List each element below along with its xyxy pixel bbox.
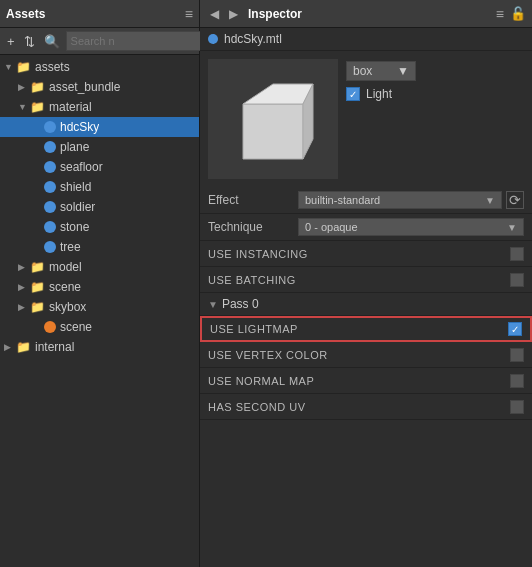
tree-item-label: stone	[60, 220, 89, 234]
tree-item-soldier[interactable]: soldier	[0, 197, 199, 217]
tree-item-label: hdcSky	[60, 120, 99, 134]
effect-dropdown-arrow: ▼	[485, 195, 495, 206]
toggle-label: USE BATCHING	[208, 274, 510, 286]
effect-value: builtin-standard ▼ ⟳	[298, 191, 524, 209]
folder-icon: 📁	[30, 260, 45, 274]
tree-item-material[interactable]: 📁material	[0, 97, 199, 117]
folder-arrow-icon	[18, 82, 30, 92]
assets-panel: Assets ≡ + ⇅ 🔍 ▼ ↻ 📁assets📁asset_bundle📁…	[0, 0, 200, 567]
pass-item-use-normal-map: USE NORMAL MAP	[200, 368, 532, 394]
assets-toolbar: + ⇅ 🔍 ▼ ↻	[0, 28, 199, 55]
technique-value: 0 - opaque ▼	[298, 218, 524, 236]
nav-arrows: ◀ ▶	[206, 6, 242, 22]
folder-arrow-icon	[4, 342, 16, 352]
technique-value-text: 0 - opaque	[305, 221, 358, 233]
pass-item-checkbox[interactable]	[510, 400, 524, 414]
assets-menu-icon[interactable]: ≡	[185, 6, 193, 22]
tree-item-plane[interactable]: plane	[0, 137, 199, 157]
search-input[interactable]	[66, 31, 214, 51]
tree-item-label: scene	[60, 320, 92, 334]
preview-area: box ▼ Light	[200, 51, 532, 187]
pass-item-label: USE LIGHTMAP	[210, 323, 508, 335]
assets-panel-header: Assets ≡	[0, 0, 199, 28]
folder-arrow-icon	[18, 102, 30, 112]
search-button[interactable]: 🔍	[41, 33, 63, 50]
inspector-header: ◀ ▶ Inspector ≡ 🔓	[200, 0, 532, 28]
tree-item-shield[interactable]: shield	[0, 177, 199, 197]
pass-item-checkbox[interactable]	[510, 374, 524, 388]
effect-value-text: builtin-standard	[305, 194, 380, 206]
asset-dot-icon	[44, 141, 56, 153]
tree-item-label: asset_bundle	[49, 80, 120, 94]
svg-marker-0	[243, 104, 303, 159]
light-checkbox[interactable]	[346, 87, 360, 101]
file-row: hdcSky.mtl	[200, 28, 532, 51]
tree-item-label: scene	[49, 280, 81, 294]
tree-item-internal[interactable]: 📁internal	[0, 337, 199, 357]
folder-icon: 📁	[30, 280, 45, 294]
light-row: Light	[346, 87, 416, 101]
folder-icon: 📁	[30, 80, 45, 94]
pass-label: Pass 0	[222, 297, 259, 311]
tree-item-label: skybox	[49, 300, 86, 314]
effect-dropdown[interactable]: builtin-standard ▼	[298, 191, 502, 209]
pass-arrow-icon: ▼	[208, 299, 218, 310]
nav-back-button[interactable]: ◀	[206, 6, 223, 22]
shape-type-dropdown[interactable]: box ▼	[346, 61, 416, 81]
technique-row: Technique 0 - opaque ▼	[200, 214, 532, 241]
folder-icon: 📁	[16, 60, 31, 74]
tree-item-label: assets	[35, 60, 70, 74]
folder-arrow-icon	[18, 282, 30, 292]
inspector-menu-icon[interactable]: ≡	[496, 6, 504, 22]
tree-item-skybox[interactable]: 📁skybox	[0, 297, 199, 317]
asset-dot-icon	[44, 121, 56, 133]
add-button[interactable]: +	[4, 33, 18, 50]
tree-item-assets-root[interactable]: 📁assets	[0, 57, 199, 77]
asset-dot-icon	[44, 221, 56, 233]
toggle-checkbox[interactable]	[510, 273, 524, 287]
asset-dot-icon	[44, 201, 56, 213]
tree-item-skybox-scene[interactable]: scene	[0, 317, 199, 337]
effect-label: Effect	[208, 193, 298, 207]
pass-item-checkbox[interactable]	[510, 348, 524, 362]
assets-tree: 📁assets📁asset_bundle📁materialhdcSkyplane…	[0, 55, 199, 567]
file-dot-icon	[208, 34, 218, 44]
folder-icon: 📁	[30, 300, 45, 314]
tree-item-tree[interactable]: tree	[0, 237, 199, 257]
asset-dot-icon	[44, 181, 56, 193]
technique-dropdown-arrow: ▼	[507, 222, 517, 233]
toggle-checkbox[interactable]	[510, 247, 524, 261]
tree-item-seafloor[interactable]: seafloor	[0, 157, 199, 177]
shape-type-label: box	[353, 64, 372, 78]
tree-item-asset-bundle[interactable]: 📁asset_bundle	[0, 77, 199, 97]
pass-header: ▼ Pass 0	[200, 293, 532, 316]
tree-item-model[interactable]: 📁model	[0, 257, 199, 277]
svg-marker-1	[243, 84, 313, 104]
asset-dot-icon	[44, 241, 56, 253]
folder-arrow-icon	[18, 302, 30, 312]
tree-item-scene[interactable]: 📁scene	[0, 277, 199, 297]
technique-label: Technique	[208, 220, 298, 234]
pass-item-use-lightmap: USE LIGHTMAP	[200, 316, 532, 342]
props-area: Effect builtin-standard ▼ ⟳ Technique 0 …	[200, 187, 532, 420]
lock-button[interactable]: 🔓	[510, 6, 526, 21]
toggle-row-use-instancing: USE INSTANCING	[200, 241, 532, 267]
cube-preview	[228, 69, 318, 169]
pass-item-has-second-uv: HAS SECOND UV	[200, 394, 532, 420]
technique-dropdown[interactable]: 0 - opaque ▼	[298, 218, 524, 236]
tree-item-label: soldier	[60, 200, 95, 214]
assets-title: Assets	[6, 7, 45, 21]
sort-button[interactable]: ⇅	[21, 33, 38, 50]
asset-dot-icon	[44, 321, 56, 333]
tree-item-label: tree	[60, 240, 81, 254]
tree-item-hdcsky[interactable]: hdcSky	[0, 117, 199, 137]
nav-forward-button[interactable]: ▶	[225, 6, 242, 22]
pass-item-checkbox[interactable]	[508, 322, 522, 336]
effect-plus-button[interactable]: ⟳	[506, 191, 524, 209]
pass-item-use-vertex-color: USE VERTEX COLOR	[200, 342, 532, 368]
asset-dot-icon	[44, 161, 56, 173]
folder-arrow-icon	[18, 262, 30, 272]
effect-row: Effect builtin-standard ▼ ⟳	[200, 187, 532, 214]
folder-icon: 📁	[30, 100, 45, 114]
tree-item-stone[interactable]: stone	[0, 217, 199, 237]
